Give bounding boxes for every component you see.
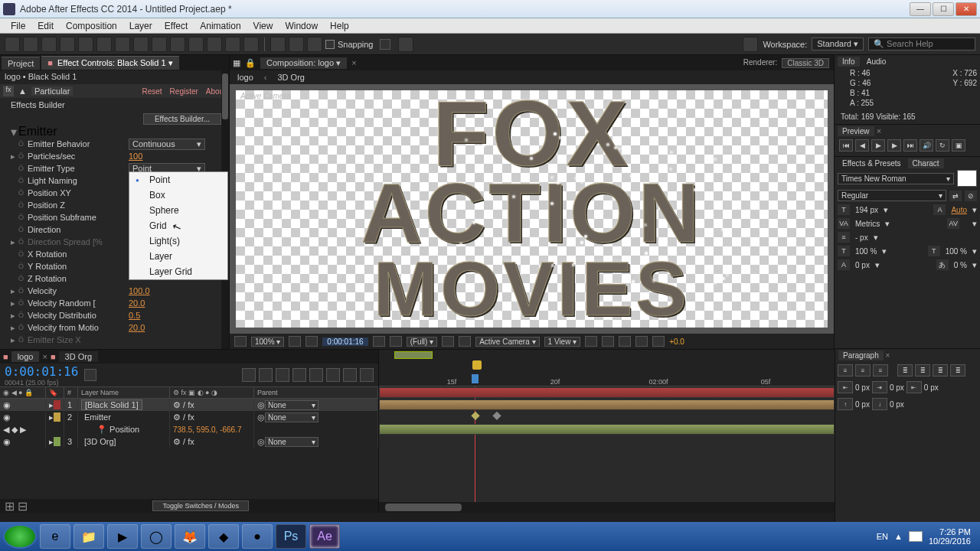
layer-bar[interactable] (379, 399, 835, 410)
menu-view[interactable]: View (247, 21, 279, 31)
prop-velocity-from-motio[interactable]: ▸ÖVelocity from Motio20.0 (0, 321, 229, 334)
first-frame-icon[interactable]: ⏮ (839, 139, 853, 152)
hscale-value[interactable]: 100 % (943, 247, 969, 256)
reset-exposure-icon[interactable] (652, 336, 665, 347)
tab-close-icon[interactable]: × (351, 58, 356, 67)
hand-tool-icon[interactable] (23, 37, 38, 52)
brainstorm-icon[interactable] (343, 368, 357, 382)
timeline-layer-row[interactable]: ◉▸ 1[Black Solid 1]⚙ / fx◎ None▾ (0, 399, 378, 411)
prop-particles-sec[interactable]: ▸ÖParticles/sec100 (0, 150, 229, 162)
menu-file[interactable]: File (5, 21, 31, 31)
layer-bar[interactable] (379, 424, 835, 435)
pixel-aspect-icon[interactable] (585, 336, 597, 347)
prop-velocity-distributio[interactable]: ▸ÖVelocity Distributio0.5 (0, 309, 229, 321)
roi-icon[interactable] (442, 336, 454, 347)
layer-property-row[interactable]: ◀ ◆ ▶📍 Position738.5, 595.0, -666.7 (0, 423, 378, 435)
timeline-current-time[interactable]: 0:00:01:16 (5, 364, 78, 379)
menu-effect[interactable]: Effect (158, 21, 194, 31)
justify-left-icon[interactable]: ≣ (897, 364, 913, 377)
cloud-icon[interactable] (743, 37, 758, 52)
timeline-layer-row[interactable]: ◉▸ 2Emitter⚙ / fx◎ None▾ (0, 411, 378, 423)
prop-velocity-random-[interactable]: ▸ÖVelocity Random [20.0 (0, 297, 229, 309)
tray-date[interactable]: 10/29/2016 (929, 536, 971, 546)
frame-blend-icon[interactable] (292, 368, 306, 382)
menu-help[interactable]: Help (324, 21, 355, 31)
misc-tool-icon[interactable] (398, 37, 413, 52)
space-after-value[interactable]: 0 px (890, 400, 904, 409)
preview-tab[interactable]: Preview (838, 126, 874, 136)
effect-name[interactable]: Particular (31, 86, 73, 96)
roto-tool-icon[interactable] (225, 37, 240, 52)
play-icon[interactable]: ▶ (871, 139, 885, 152)
minimize-button[interactable]: — (910, 2, 931, 16)
menu-composition[interactable]: Composition (60, 21, 123, 31)
dropdown-item-point[interactable]: Point (129, 172, 227, 187)
mask-icon[interactable] (305, 336, 318, 347)
parent-header[interactable]: Parent (254, 387, 378, 398)
taskbar-aftereffects-icon[interactable]: Ae (309, 524, 340, 549)
effects-builder-button[interactable]: Effects Builder... (143, 113, 221, 125)
eraser-tool-icon[interactable] (207, 37, 222, 52)
brush-tool-icon[interactable] (170, 37, 185, 52)
prop-emitter-behavior[interactable]: ÖEmitter BehaviorContinuous▾ (0, 138, 229, 150)
effect-controls-tab[interactable]: ■ Effect Controls: Black Solid 1 ▾ (41, 56, 178, 70)
tray-flag-icon[interactable]: ▲ (894, 532, 903, 541)
zoom-tool-icon[interactable] (41, 37, 57, 52)
taskbar-chrome-icon[interactable]: ◯ (141, 524, 172, 549)
fast-preview-icon[interactable] (602, 336, 614, 347)
channel-icon[interactable] (390, 336, 402, 347)
panel-menu-icon[interactable]: ▦ (233, 58, 240, 68)
timeline-tab-logo[interactable]: logo (11, 351, 40, 362)
dropdown-item-box[interactable]: Box (129, 187, 227, 203)
dropdown-item-layer-grid[interactable]: Layer Grid (129, 264, 227, 279)
checkbox-icon[interactable] (325, 40, 335, 49)
timeline-scrollbar[interactable] (379, 502, 835, 513)
magnify-icon[interactable] (234, 336, 247, 347)
exposure-value[interactable]: +0.0 (669, 337, 684, 346)
resolution-selector[interactable]: (Full) ▾ (407, 337, 438, 347)
keyframe-icon[interactable] (471, 412, 479, 420)
snapping-toggle[interactable]: Snapping (325, 39, 390, 50)
pan-behind-tool-icon[interactable] (96, 37, 112, 52)
tsume-value[interactable]: 0 % (952, 261, 969, 269)
emitter-group[interactable]: ▾Emitter (0, 126, 229, 138)
menu-animation[interactable]: Animation (194, 21, 247, 31)
close-button[interactable]: ✕ (956, 2, 977, 16)
menu-edit[interactable]: Edit (31, 21, 60, 31)
kerning-value[interactable]: Metrics (853, 220, 882, 228)
composition-viewer[interactable]: Active Camera FOX ACTION MOVIES (230, 84, 834, 334)
align-center-icon[interactable]: ≡ (855, 364, 871, 377)
tray-time[interactable]: 7:26 PM (929, 527, 971, 536)
taskbar-photoshop-icon[interactable]: Ps (276, 524, 306, 549)
toggle-switches-button[interactable]: Toggle Switches / Modes (152, 500, 249, 511)
timeline-layer-row[interactable]: ◉▸ 3[3D Org]⚙ / fx◎ None▾ (0, 435, 378, 448)
layer-name-header[interactable]: Layer Name (78, 387, 170, 398)
timeline-search-icon[interactable] (84, 369, 96, 381)
taskbar-ie-icon[interactable]: e (40, 524, 70, 549)
auto-keyframe-icon[interactable] (360, 368, 374, 382)
selection-tool-icon[interactable] (5, 37, 20, 52)
motion-blur-icon[interactable] (309, 368, 323, 382)
renderer-selector[interactable]: Classic 3D (782, 58, 829, 68)
dropdown-item-light-s-[interactable]: Light(s) (129, 233, 227, 249)
prev-frame-icon[interactable]: ◀ (855, 139, 869, 152)
layer-bar[interactable] (379, 387, 835, 398)
graph-editor-icon[interactable] (326, 368, 340, 382)
project-tab[interactable]: Project (2, 57, 40, 70)
register-link[interactable]: Register (170, 87, 198, 96)
grid-icon[interactable] (289, 336, 301, 347)
info-tab[interactable]: Info (838, 57, 860, 67)
pen-tool-icon[interactable] (133, 37, 149, 52)
start-button[interactable] (3, 524, 37, 549)
vscale-value[interactable]: 100 % (853, 247, 879, 256)
prop-velocity[interactable]: ▸ÖVelocity100.0 (0, 285, 229, 297)
indent-left-value[interactable]: 0 px (855, 383, 870, 392)
fx-toggle-icon[interactable]: fx (3, 86, 14, 96)
swap-colors-icon[interactable]: ⇄ (949, 191, 962, 201)
font-size-value[interactable]: 194 px (853, 206, 880, 214)
character-tab[interactable]: Charact (908, 158, 944, 168)
menu-window[interactable]: Window (279, 21, 324, 31)
baseline-value[interactable]: 0 px (853, 261, 872, 269)
flowchart-icon[interactable] (635, 336, 648, 347)
tracking-value[interactable] (962, 220, 969, 228)
